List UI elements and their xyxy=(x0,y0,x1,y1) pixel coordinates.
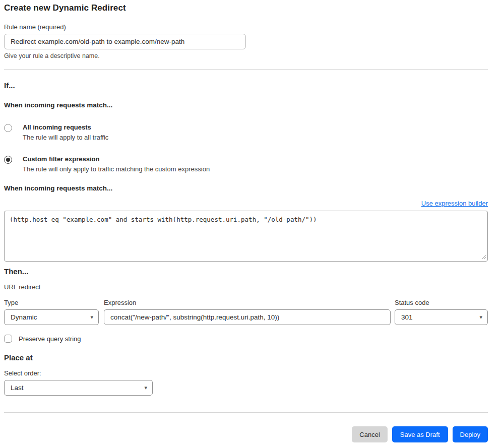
expression-label: Expression xyxy=(104,299,391,306)
cancel-button[interactable]: Cancel xyxy=(352,426,387,442)
radio-label: Custom filter expression xyxy=(23,155,210,163)
if-heading: If... xyxy=(4,81,488,90)
place-at-heading: Place at xyxy=(4,353,488,362)
resize-handle-icon[interactable] xyxy=(481,254,486,260)
radio-description: The rule will only apply to traffic matc… xyxy=(23,165,210,173)
redirect-settings-row: Type Dynamic ▾ Expression Status code 30… xyxy=(4,299,488,325)
url-redirect-label: URL redirect xyxy=(4,283,488,291)
status-code-column: Status code 301 ▾ xyxy=(395,299,488,325)
deploy-button[interactable]: Deploy xyxy=(453,426,488,442)
radio-texts: Custom filter expression The rule will o… xyxy=(23,155,210,173)
checkbox-unchecked-icon[interactable] xyxy=(4,335,12,343)
filter-expression-wrap: (http.host eq "example.com" and starts_w… xyxy=(4,211,488,262)
rule-name-label: Rule name (required) xyxy=(4,23,488,31)
redirect-expression-input[interactable] xyxy=(104,309,391,325)
radio-custom-filter-expression[interactable]: Custom filter expression The rule will o… xyxy=(4,155,488,173)
order-select[interactable]: Last ▾ xyxy=(4,380,153,396)
status-code-label: Status code xyxy=(395,299,488,306)
status-code-value: 301 xyxy=(401,313,413,321)
select-order-label: Select order: xyxy=(4,369,488,377)
type-select-value: Dynamic xyxy=(11,313,37,321)
footer-actions: Cancel Save as Draft Deploy xyxy=(4,426,488,442)
match-heading: When incoming requests match... xyxy=(4,101,488,109)
order-select-value: Last xyxy=(11,384,24,392)
footer-divider xyxy=(4,412,488,413)
use-expression-builder-link[interactable]: Use expression builder xyxy=(421,200,488,207)
rule-name-input[interactable] xyxy=(4,34,246,49)
radio-all-incoming-requests[interactable]: All incoming requests The rule will appl… xyxy=(4,123,488,141)
preserve-query-string-label: Preserve query string xyxy=(19,335,81,343)
then-heading: Then... xyxy=(4,267,488,276)
builder-link-row: Use expression builder xyxy=(4,199,488,208)
page-title: Create new Dynamic Redirect xyxy=(4,3,488,13)
section-divider xyxy=(4,69,488,70)
chevron-down-icon: ▾ xyxy=(144,385,147,391)
chevron-down-icon: ▾ xyxy=(479,314,482,320)
filter-expression-textarea[interactable]: (http.host eq "example.com" and starts_w… xyxy=(4,211,488,262)
type-column: Type Dynamic ▾ xyxy=(4,299,99,325)
radio-description: The rule will apply to all traffic xyxy=(23,134,108,141)
status-code-select[interactable]: 301 ▾ xyxy=(395,309,488,325)
expression-match-heading: When incoming requests match... xyxy=(4,184,488,192)
chevron-down-icon: ▾ xyxy=(90,314,93,320)
radio-label: All incoming requests xyxy=(23,123,108,131)
save-as-draft-button[interactable]: Save as Draft xyxy=(392,426,448,442)
radio-unselected-icon[interactable] xyxy=(4,124,12,132)
create-redirect-form: Create new Dynamic Redirect Rule name (r… xyxy=(0,0,504,442)
type-select[interactable]: Dynamic ▾ xyxy=(4,309,99,325)
rule-name-helper: Give your rule a descriptive name. xyxy=(4,52,488,59)
type-label: Type xyxy=(4,299,99,306)
radio-selected-icon[interactable] xyxy=(4,156,12,164)
expression-column: Expression xyxy=(104,299,391,325)
preserve-query-string-row[interactable]: Preserve query string xyxy=(4,335,488,343)
radio-texts: All incoming requests The rule will appl… xyxy=(23,123,108,141)
